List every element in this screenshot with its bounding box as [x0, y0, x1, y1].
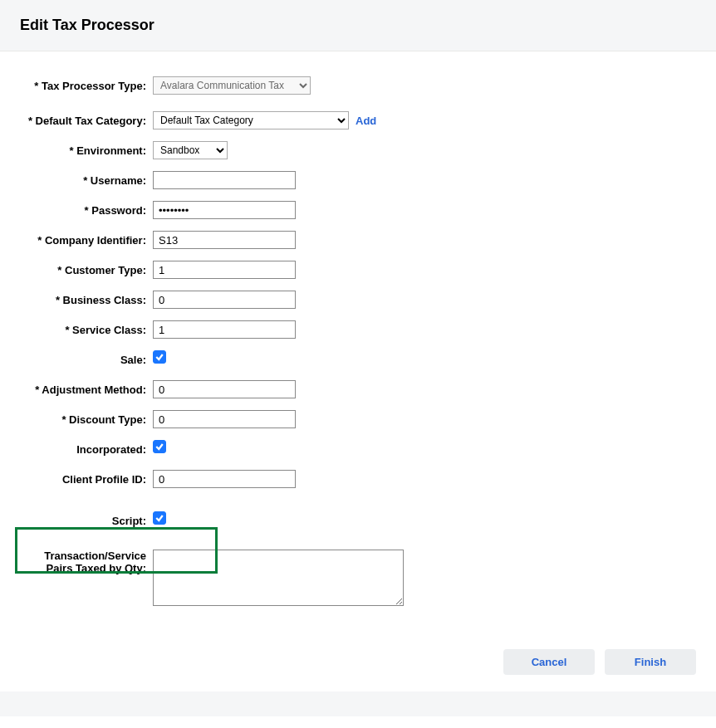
label-script: Script: — [20, 511, 153, 528]
label-sale: Sale: — [20, 350, 153, 367]
customer-type-input[interactable] — [153, 261, 296, 279]
password-input[interactable] — [153, 201, 296, 219]
form-area: * Tax Processor Type: Avalara Communicat… — [0, 51, 716, 633]
username-input[interactable] — [153, 171, 296, 189]
label-adjustment-method: * Adjustment Method: — [20, 380, 153, 397]
client-profile-id-input[interactable] — [153, 470, 296, 488]
footer: Cancel Finish — [0, 633, 716, 691]
label-pairs: Transaction/Service Pairs Taxed by Qty: — [20, 550, 153, 575]
add-category-link[interactable]: Add — [356, 115, 376, 127]
check-icon — [154, 352, 164, 362]
label-business-class: * Business Class: — [20, 291, 153, 307]
label-environment: * Environment: — [20, 141, 153, 158]
label-default-category: * Default Tax Category: — [20, 111, 153, 128]
check-icon — [154, 442, 164, 452]
label-discount-type: * Discount Type: — [20, 410, 153, 427]
finish-button[interactable]: Finish — [605, 649, 696, 675]
environment-select[interactable]: Sandbox — [153, 141, 228, 159]
discount-type-input[interactable] — [153, 410, 296, 428]
label-company-identifier: * Company Identifier: — [20, 231, 153, 247]
service-class-input[interactable] — [153, 320, 296, 339]
label-client-profile-id: Client Profile ID: — [20, 470, 153, 486]
incorporated-checkbox[interactable] — [153, 440, 166, 453]
label-password: * Password: — [20, 201, 153, 217]
label-customer-type: * Customer Type: — [20, 261, 153, 277]
bottom-bar — [0, 691, 716, 716]
page-header: Edit Tax Processor — [0, 0, 716, 51]
label-incorporated: Incorporated: — [20, 440, 153, 457]
page-title: Edit Tax Processor — [20, 17, 696, 34]
script-checkbox[interactable] — [153, 511, 166, 525]
label-service-class: * Service Class: — [20, 320, 153, 337]
processor-type-select[interactable]: Avalara Communication Tax — [153, 76, 311, 95]
label-username: * Username: — [20, 171, 153, 188]
cancel-button[interactable]: Cancel — [503, 649, 595, 675]
sale-checkbox[interactable] — [153, 350, 166, 364]
adjustment-method-input[interactable] — [153, 380, 296, 398]
label-processor-type: * Tax Processor Type: — [20, 76, 153, 93]
default-category-select[interactable]: Default Tax Category — [153, 111, 349, 129]
business-class-input[interactable] — [153, 291, 296, 309]
check-icon — [154, 513, 164, 523]
company-identifier-input[interactable] — [153, 231, 296, 249]
pairs-textarea[interactable] — [153, 550, 404, 606]
